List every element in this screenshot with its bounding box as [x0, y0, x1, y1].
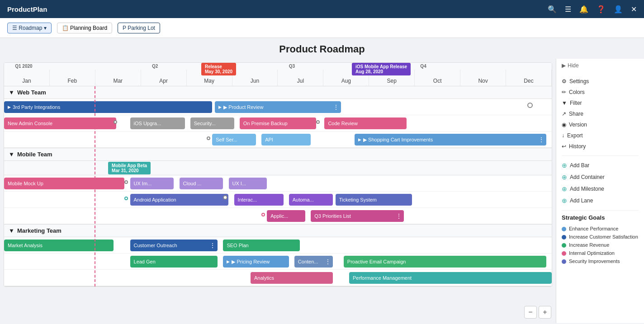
- user-icon[interactable]: 👤: [614, 5, 623, 14]
- bar-code-review[interactable]: Code Review: [324, 117, 407, 129]
- bar-pricing-review[interactable]: ▶ Pricing Review: [223, 256, 289, 268]
- bar-q3-priorities[interactable]: Q3 Priorities List: [311, 210, 404, 222]
- roadmap-tab[interactable]: ☰ Roadmap ▾: [7, 23, 52, 33]
- brand-logo: ProductPlan: [7, 5, 548, 13]
- gear-icon: ⚙: [562, 78, 567, 85]
- divider-1: [562, 155, 639, 156]
- bar-analytics[interactable]: Analytics: [251, 272, 333, 284]
- strategic-goals-section: Strategic Goals Enhance Performance Incr…: [562, 214, 639, 265]
- export-item[interactable]: ↓ Export: [562, 130, 639, 141]
- month-jul: Jul: [278, 70, 323, 86]
- bar-on-premise[interactable]: On Premise Backup: [240, 117, 317, 129]
- bar-security[interactable]: Security...: [190, 117, 234, 129]
- search-icon[interactable]: 🔍: [548, 5, 557, 14]
- goal-dot-5: [562, 259, 566, 264]
- milestone-ios: iOS Mobile App ReleaseAug 28, 2020: [352, 63, 411, 75]
- web-row-1: 3rd Party Integrations ▶ Product Review: [4, 99, 552, 115]
- plus-icon-container: ⊕: [562, 174, 567, 181]
- swimlane-mobile-team: ▼ Mobile Team Mobile App BetaMar 31, 202…: [4, 148, 552, 225]
- nav-icons: 🔍 ☰ 🔔 ❓ 👤 ✕: [548, 5, 637, 14]
- roadmap-area: Q1 2020 Q2 Q3 Q4 Jan Feb Mar Apr May Jun…: [0, 59, 556, 323]
- web-row-3: Self Ser... API ▶ Shopping Cart Improvem…: [4, 131, 552, 148]
- history-item[interactable]: ↩ History: [562, 141, 639, 152]
- add-milestone-item[interactable]: ⊕ Add Milestone: [562, 183, 639, 195]
- bar-ios-upgrade[interactable]: iOS Upgra...: [130, 117, 185, 129]
- month-feb: Feb: [50, 70, 95, 86]
- mobile-app-beta-flag: Mobile App BetaMar 31, 2020: [108, 162, 151, 174]
- planning-board-tab[interactable]: 📋 Planning Board: [57, 23, 112, 33]
- add-bar-item[interactable]: ⊕ Add Bar: [562, 160, 639, 171]
- bar-self-ser[interactable]: Self Ser...: [212, 134, 256, 146]
- mobile-milestone-row: Mobile App BetaMar 31, 2020: [4, 161, 552, 175]
- month-nov: Nov: [460, 70, 506, 86]
- zoom-in-button[interactable]: +: [539, 306, 551, 319]
- share-icon: ↗: [562, 111, 566, 117]
- bar-mobile-mock[interactable]: Mobile Mock Up: [4, 178, 124, 189]
- mobile-team-header: ▼ Mobile Team: [4, 148, 552, 161]
- bar-conten[interactable]: Conten...: [294, 256, 333, 268]
- collapse-icon[interactable]: ▼: [9, 89, 14, 96]
- month-jan: Jan: [4, 70, 50, 86]
- bell-icon[interactable]: 🔔: [579, 5, 588, 14]
- marketing-team-body: Market Analysis Customer Outreach SEO Pl…: [4, 237, 552, 286]
- mobile-row-1: Mobile Mock Up UX Im... Cloud ... UX I..…: [4, 175, 552, 192]
- q1-label: Q1 2020: [15, 64, 32, 69]
- bar-3rd-party[interactable]: 3rd Party Integrations: [4, 101, 212, 113]
- mobile-row-3: Applic... Q3 Priorities List: [4, 208, 552, 224]
- q4-label: Q4: [420, 64, 426, 69]
- month-apr: Apr: [141, 70, 187, 86]
- help-icon[interactable]: ❓: [597, 5, 606, 14]
- goal-customer-satisfaction: Increase Customer Satisfaction: [562, 233, 639, 241]
- hide-panel-button[interactable]: ▶ Hide: [562, 62, 639, 71]
- bar-performance-mgmt[interactable]: Performance Management: [349, 272, 552, 284]
- filter-item[interactable]: ▼ Filter: [562, 98, 639, 108]
- bar-ux-im[interactable]: UX Im...: [130, 178, 174, 189]
- bar-customer-outreach[interactable]: Customer Outreach: [130, 239, 218, 251]
- parking-lot-tab[interactable]: P Parking Lot: [118, 23, 160, 33]
- divider-2: [562, 210, 639, 211]
- collapse-icon-marketing[interactable]: ▼: [9, 227, 14, 234]
- goal-internal-optimization: Internal Optimization: [562, 249, 639, 257]
- bar-android[interactable]: Android Application: [130, 194, 229, 206]
- bar-new-admin[interactable]: New Admin Console: [4, 117, 116, 129]
- close-icon[interactable]: ✕: [631, 5, 637, 14]
- circle-marker-5: [124, 180, 128, 184]
- bar-market-analysis[interactable]: Market Analysis: [4, 239, 114, 251]
- collapse-icon-mobile[interactable]: ▼: [9, 151, 14, 158]
- add-lane-item[interactable]: ⊕ Add Lane: [562, 195, 639, 207]
- today-line: [95, 86, 95, 286]
- bar-shopping-cart[interactable]: ▶ Shopping Cart Improvements: [355, 134, 546, 146]
- web-team-header: ▼ Web Team: [4, 86, 552, 99]
- bar-automa[interactable]: Automa...: [289, 194, 333, 206]
- circle-marker-2: [114, 120, 117, 124]
- circle-marker-3: [316, 120, 320, 124]
- circle-marker-8: [261, 213, 265, 216]
- zoom-out-button[interactable]: −: [524, 306, 537, 319]
- mobile-row-2: Android Application Interac... Automa...…: [4, 192, 552, 208]
- month-dec: Dec: [506, 70, 552, 86]
- bar-cloud[interactable]: Cloud ...: [180, 178, 223, 189]
- mobile-team-body: Mobile Mock Up UX Im... Cloud ... UX I..…: [4, 175, 552, 224]
- mkt-row-2: Lead Gen ▶ Pricing Review Conten... Proa…: [4, 254, 552, 270]
- month-oct: Oct: [415, 70, 460, 86]
- web-team-body: 3rd Party Integrations ▶ Product Review …: [4, 99, 552, 148]
- bar-applic[interactable]: Applic...: [267, 210, 305, 222]
- menu-icon[interactable]: ☰: [565, 5, 571, 14]
- colors-item[interactable]: ✏ Colors: [562, 87, 639, 98]
- bar-seo-plan[interactable]: SEO Plan: [223, 239, 300, 251]
- bar-interac[interactable]: Interac...: [234, 194, 284, 206]
- add-section: ⊕ Add Bar ⊕ Add Container ⊕ Add Mileston…: [562, 160, 639, 207]
- version-item[interactable]: ◉ Version: [562, 119, 639, 130]
- bar-ticketing[interactable]: Ticketing System: [336, 194, 412, 206]
- bar-product-review[interactable]: ▶ Product Review: [215, 101, 341, 113]
- add-container-item[interactable]: ⊕ Add Container: [562, 171, 639, 183]
- bar-proactive-email[interactable]: Proactive Email Campaign: [344, 256, 546, 268]
- web-team-label: Web Team: [17, 89, 46, 96]
- bar-ux-i[interactable]: UX I...: [229, 178, 267, 189]
- share-item[interactable]: ↗ Share: [562, 108, 639, 119]
- settings-item[interactable]: ⚙ Settings: [562, 76, 639, 87]
- goal-enhance-performance: Enhance Performance: [562, 225, 639, 233]
- bar-lead-gen[interactable]: Lead Gen: [130, 256, 218, 268]
- goal-dot-4: [562, 251, 566, 256]
- bar-api[interactable]: API: [261, 134, 311, 146]
